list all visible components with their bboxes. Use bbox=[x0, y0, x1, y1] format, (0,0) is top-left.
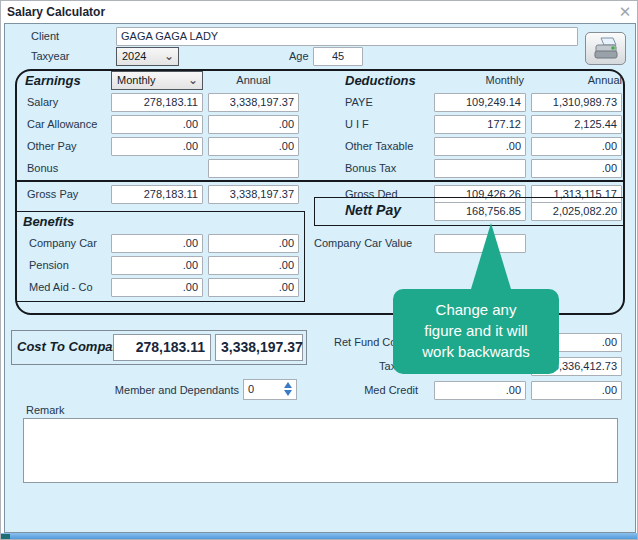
callout-tooltip: Change any figure and it will work backw… bbox=[393, 289, 559, 374]
chevron-down-icon: ⌄ bbox=[188, 72, 198, 89]
callout-text-line1: Change any bbox=[393, 299, 559, 320]
bonus-annual-field[interactable] bbox=[208, 159, 299, 178]
member-dependants-label: Member and Dependants bbox=[91, 381, 239, 400]
other-taxable-label: Other Taxable bbox=[345, 137, 413, 156]
gross-pay-annual-field[interactable]: 3,338,197.37 bbox=[208, 185, 299, 204]
taxyear-dropdown[interactable]: 2024 ⌄ bbox=[116, 47, 179, 66]
earnings-title: Earnings bbox=[25, 73, 81, 88]
spinner-up-icon[interactable] bbox=[284, 382, 292, 388]
window-title: Salary Calculator bbox=[7, 5, 105, 19]
paye-monthly-field[interactable]: 109,249.14 bbox=[434, 93, 526, 112]
car-allowance-annual-field[interactable]: .00 bbox=[208, 115, 299, 134]
bottom-window-edge bbox=[1, 533, 638, 540]
paye-annual-field[interactable]: 1,310,989.73 bbox=[531, 93, 622, 112]
age-label: Age bbox=[289, 47, 309, 66]
med-credit-label: Med Credit bbox=[317, 381, 418, 400]
bonus-tax-annual-field[interactable]: .00 bbox=[531, 159, 622, 178]
title-bar: Salary Calculator ✕ bbox=[1, 1, 637, 23]
pension-monthly-field[interactable]: .00 bbox=[111, 256, 203, 275]
nett-pay-monthly-field[interactable]: 168,756.85 bbox=[434, 202, 526, 221]
cost-to-company-annual-field[interactable]: 3,338,197.37 bbox=[215, 334, 303, 361]
client-input[interactable]: GAGA GAGA LADY bbox=[116, 27, 578, 46]
other-taxable-annual-field[interactable]: .00 bbox=[531, 137, 622, 156]
bonus-label: Bonus bbox=[27, 159, 58, 178]
med-aid-co-label: Med Aid - Co bbox=[29, 278, 93, 297]
gross-separator-line bbox=[16, 180, 624, 182]
company-car-monthly-field[interactable]: .00 bbox=[111, 234, 203, 253]
med-credit-monthly-field[interactable]: .00 bbox=[434, 381, 526, 400]
med-aid-co-monthly-field[interactable]: .00 bbox=[111, 278, 203, 297]
uif-annual-field[interactable]: 2,125.44 bbox=[531, 115, 622, 134]
med-aid-co-annual-field[interactable]: .00 bbox=[208, 278, 299, 297]
company-car-label: Company Car bbox=[29, 234, 97, 253]
callout-text-line2: figure and it will bbox=[393, 320, 559, 341]
uif-monthly-field[interactable]: 177.12 bbox=[434, 115, 526, 134]
earnings-annual-header: Annual bbox=[208, 74, 299, 86]
deductions-monthly-header: Monthly bbox=[434, 74, 524, 86]
period-value: Monthly bbox=[117, 74, 156, 86]
car-allowance-monthly-field[interactable]: .00 bbox=[111, 115, 203, 134]
gross-pay-monthly-field[interactable]: 278,183.11 bbox=[111, 185, 203, 204]
client-label: Client bbox=[31, 27, 59, 46]
pension-label: Pension bbox=[29, 256, 69, 275]
chevron-down-icon: ⌄ bbox=[164, 48, 174, 65]
other-pay-label: Other Pay bbox=[27, 137, 77, 156]
taxyear-value: 2024 bbox=[122, 50, 146, 62]
salary-annual-field[interactable]: 3,338,197.37 bbox=[208, 93, 299, 112]
other-pay-monthly-field[interactable]: .00 bbox=[111, 137, 203, 156]
callout-text-line3: work backwards bbox=[393, 341, 559, 362]
printer-icon bbox=[592, 36, 620, 62]
uif-label: U I F bbox=[345, 115, 369, 134]
taxyear-label: Taxyear bbox=[31, 47, 70, 66]
cost-to-company-monthly-field[interactable]: 278,183.11 bbox=[113, 334, 211, 361]
spinner-down-icon[interactable] bbox=[284, 390, 292, 396]
gross-pay-label: Gross Pay bbox=[27, 185, 78, 204]
period-dropdown[interactable]: Monthly ⌄ bbox=[111, 71, 203, 90]
bottom-left-corner-mark bbox=[1, 534, 10, 540]
nett-pay-label: Nett Pay bbox=[345, 202, 401, 218]
pension-annual-field[interactable]: .00 bbox=[208, 256, 299, 275]
print-button[interactable] bbox=[585, 32, 626, 65]
deductions-annual-header: Annual bbox=[531, 74, 622, 86]
stepper-arrows[interactable] bbox=[284, 382, 293, 397]
close-icon[interactable]: ✕ bbox=[615, 3, 635, 21]
company-car-annual-field[interactable]: .00 bbox=[208, 234, 299, 253]
nett-pay-annual-field[interactable]: 2,025,082.20 bbox=[531, 202, 622, 221]
bonus-tax-monthly-field[interactable] bbox=[434, 159, 526, 178]
car-allowance-label: Car Allowance bbox=[27, 115, 97, 134]
salary-monthly-field[interactable]: 278,183.11 bbox=[111, 93, 203, 112]
callout-pointer bbox=[471, 223, 511, 289]
remark-textarea[interactable] bbox=[23, 418, 618, 483]
cost-to-company-label: Cost To Company bbox=[17, 339, 128, 354]
bonus-tax-label: Bonus Tax bbox=[345, 159, 396, 178]
company-car-value-label: Company Car Value bbox=[314, 234, 412, 253]
deductions-title: Deductions bbox=[345, 73, 416, 88]
benefits-title: Benefits bbox=[23, 214, 74, 229]
other-taxable-monthly-field[interactable]: .00 bbox=[434, 137, 526, 156]
salary-label: Salary bbox=[27, 93, 58, 112]
paye-label: PAYE bbox=[345, 93, 373, 112]
med-credit-annual-field[interactable]: .00 bbox=[531, 381, 622, 400]
other-pay-annual-field[interactable]: .00 bbox=[208, 137, 299, 156]
salary-calculator-window: Salary Calculator ✕ Client GAGA GAGA LAD… bbox=[0, 0, 638, 540]
age-input[interactable]: 45 bbox=[313, 47, 363, 66]
